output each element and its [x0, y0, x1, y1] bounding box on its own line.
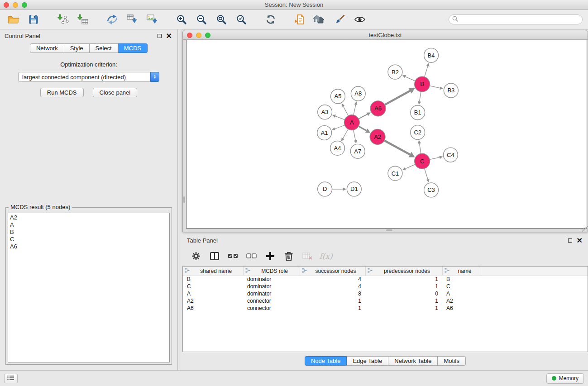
table-cell[interactable]: connector [243, 297, 300, 305]
tab-network-table[interactable]: Network Table [388, 356, 438, 366]
edge-C-C4[interactable] [430, 157, 440, 160]
close-panel-icon[interactable]: ✕ [166, 34, 172, 38]
list-item[interactable]: A6 [10, 243, 167, 250]
close-panel-button[interactable]: Close panel [93, 88, 138, 97]
table-cell[interactable]: 4 [300, 283, 365, 290]
edge-A2-C[interactable] [384, 141, 410, 155]
run-mcds-button[interactable]: Run MCDS [40, 88, 84, 97]
network-node-C2[interactable]: C2 [411, 125, 425, 140]
memory-button[interactable]: Memory [546, 373, 584, 384]
resize-grip[interactable] [582, 226, 588, 232]
optimization-criterion-dropdown[interactable]: largest connected component (directed) ▲… [18, 72, 159, 82]
zoom-out-icon[interactable] [193, 12, 210, 27]
edge-B-B1[interactable] [420, 92, 421, 101]
table-row[interactable]: Cdominator41C [183, 283, 588, 290]
show-columns-icon[interactable] [208, 250, 221, 262]
function-builder-icon[interactable]: f(x) [320, 250, 332, 262]
tab-style[interactable]: Style [64, 43, 90, 53]
style-brush-icon[interactable] [332, 12, 348, 27]
network-canvas[interactable]: B4B2BB3A8A5A6A3B1AA1C2A2A4A7C4CC1DD1C3 [186, 40, 587, 229]
table-cell[interactable]: 1 [365, 276, 442, 283]
add-row-icon[interactable] [264, 250, 277, 262]
network-node-A4[interactable]: A4 [330, 141, 345, 155]
import-network-icon[interactable] [55, 12, 71, 27]
mcds-result-list[interactable]: A2ABCA6 [8, 213, 170, 362]
close-table-panel-icon[interactable]: ✕ [577, 238, 583, 243]
column-header-predecessor-nodes[interactable]: predecessor nodes [365, 267, 442, 276]
table-cell[interactable]: 1 [365, 297, 442, 305]
network-node-B4[interactable]: B4 [424, 48, 439, 62]
minimize-window-button[interactable] [13, 2, 18, 8]
zoom-window-button[interactable] [22, 2, 27, 8]
refresh-icon[interactable] [263, 12, 279, 27]
search-input[interactable] [460, 16, 579, 23]
table-row[interactable]: Adominator80A [183, 290, 588, 297]
network-node-A2[interactable]: A2 [370, 129, 385, 145]
network-node-B2[interactable]: B2 [388, 65, 402, 79]
network-minimize-button[interactable] [196, 33, 201, 38]
edge-B-B4[interactable] [425, 66, 428, 76]
network-node-A6[interactable]: A6 [370, 101, 386, 116]
table-row[interactable]: A6connector11A6 [183, 305, 588, 312]
float-table-panel-icon[interactable] [568, 238, 572, 243]
network-close-button[interactable] [187, 33, 192, 38]
network-node-A1[interactable]: A1 [317, 126, 332, 140]
table-cell[interactable]: connector [243, 305, 300, 312]
table-cell[interactable]: 1 [300, 297, 365, 305]
table-cell[interactable]: A6 [442, 305, 481, 312]
zoom-in-icon[interactable] [173, 12, 190, 27]
table-cell[interactable]: A2 [183, 297, 243, 305]
home-icon[interactable] [312, 12, 328, 27]
table-cell[interactable]: A [183, 290, 243, 297]
network-node-A8[interactable]: A8 [351, 86, 365, 101]
network-node-B[interactable]: B [415, 76, 430, 92]
edge-A-A2[interactable] [359, 126, 367, 130]
edge-A-A4[interactable] [343, 129, 348, 138]
zoom-fit-icon[interactable] [213, 12, 229, 27]
tab-edge-table[interactable]: Edge Table [347, 356, 388, 366]
tab-motifs[interactable]: Motifs [438, 356, 466, 366]
network-node-B3[interactable]: B3 [444, 83, 458, 98]
network-node-A5[interactable]: A5 [331, 89, 345, 104]
table-cell[interactable]: B [183, 276, 243, 283]
tab-node-table[interactable]: Node Table [305, 356, 347, 366]
table-cell[interactable]: C [183, 283, 243, 290]
list-item[interactable]: C [10, 236, 167, 243]
task-history-button[interactable] [4, 374, 18, 383]
table-cell[interactable]: 1 [365, 305, 442, 312]
table-cell[interactable]: 8 [300, 290, 365, 297]
list-item[interactable]: A2 [10, 214, 167, 221]
close-window-button[interactable] [4, 2, 9, 8]
edge-B-B3[interactable] [430, 86, 440, 88]
import-table-icon[interactable] [75, 12, 91, 27]
float-panel-icon[interactable] [158, 34, 162, 38]
search-field[interactable] [449, 14, 583, 24]
network-zoom-button[interactable] [205, 33, 210, 38]
table-cell[interactable]: A6 [183, 305, 243, 312]
column-header-mcds-role[interactable]: MCDS role [243, 267, 300, 276]
table-cell[interactable]: A2 [442, 297, 481, 305]
export-image-icon[interactable] [144, 12, 160, 27]
network-node-A7[interactable]: A7 [350, 144, 365, 158]
column-header-successor-nodes[interactable]: successor nodes [300, 267, 365, 276]
table-row[interactable]: Bdominator41B [183, 276, 588, 283]
vertical-scrollbar-thumb[interactable] [183, 196, 185, 203]
delete-row-icon[interactable] [282, 250, 295, 262]
table-cell[interactable]: dominator [243, 290, 300, 297]
table-cell[interactable]: dominator [243, 276, 300, 283]
network-node-C1[interactable]: C1 [388, 166, 402, 181]
deselect-all-icon[interactable] [245, 250, 258, 262]
horizontal-scrollbar-thumb[interactable] [386, 229, 392, 231]
network-node-A[interactable]: A [344, 115, 359, 130]
gear-icon[interactable] [190, 250, 202, 262]
table-cell[interactable]: B [442, 276, 481, 283]
tab-select[interactable]: Select [90, 43, 118, 53]
edge-A-A1[interactable] [335, 125, 344, 129]
export-network-icon[interactable] [104, 12, 120, 27]
tab-network[interactable]: Network [30, 43, 64, 53]
network-node-B1[interactable]: B1 [411, 105, 425, 120]
list-item[interactable]: A [10, 221, 167, 229]
table-cell[interactable]: 1 [365, 283, 442, 290]
export-table-icon[interactable] [124, 12, 140, 27]
edge-C-C1[interactable] [406, 164, 415, 169]
